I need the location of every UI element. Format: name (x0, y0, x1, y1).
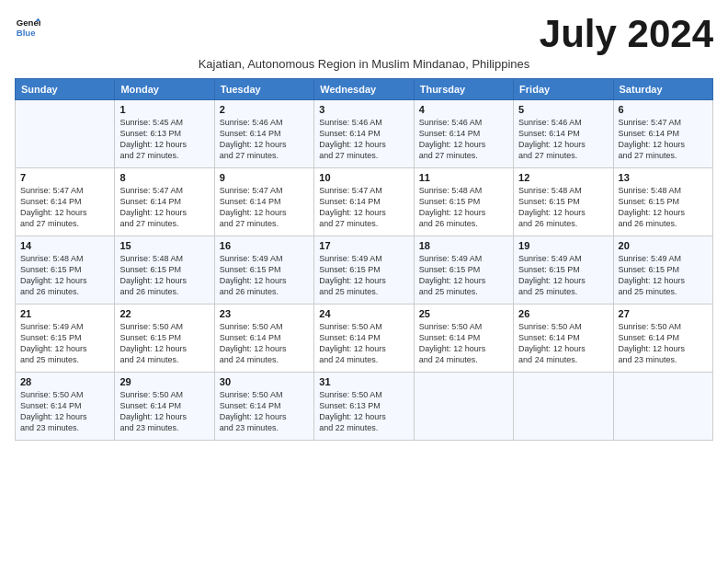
day-info: Sunrise: 5:50 AM Sunset: 6:14 PM Dayligh… (619, 321, 708, 366)
calendar-cell: 10Sunrise: 5:47 AM Sunset: 6:14 PM Dayli… (314, 168, 414, 236)
day-header-tuesday: Tuesday (214, 79, 313, 100)
calendar-cell: 25Sunrise: 5:50 AM Sunset: 6:14 PM Dayli… (414, 304, 513, 373)
day-number: 22 (119, 308, 209, 319)
day-info: Sunrise: 5:48 AM Sunset: 6:15 PM Dayligh… (518, 185, 608, 230)
calendar-cell: 15Sunrise: 5:48 AM Sunset: 6:15 PM Dayli… (115, 236, 214, 304)
day-info: Sunrise: 5:47 AM Sunset: 6:14 PM Dayligh… (319, 185, 408, 230)
day-header-friday: Friday (514, 79, 613, 100)
calendar-cell: 20Sunrise: 5:49 AM Sunset: 6:15 PM Dayli… (613, 236, 712, 304)
calendar-cell: 30Sunrise: 5:50 AM Sunset: 6:14 PM Dayli… (214, 373, 313, 441)
calendar-cell: 26Sunrise: 5:50 AM Sunset: 6:14 PM Dayli… (514, 304, 613, 373)
day-info: Sunrise: 5:49 AM Sunset: 6:15 PM Dayligh… (619, 253, 708, 298)
day-info: Sunrise: 5:50 AM Sunset: 6:14 PM Dayligh… (220, 321, 309, 366)
calendar-cell: 28Sunrise: 5:50 AM Sunset: 6:14 PM Dayli… (16, 373, 115, 441)
calendar-cell: 27Sunrise: 5:50 AM Sunset: 6:14 PM Dayli… (613, 304, 712, 373)
calendar-cell (414, 373, 513, 441)
day-info: Sunrise: 5:47 AM Sunset: 6:14 PM Dayligh… (20, 185, 109, 230)
day-info: Sunrise: 5:46 AM Sunset: 6:14 PM Dayligh… (518, 117, 608, 162)
day-info: Sunrise: 5:48 AM Sunset: 6:15 PM Dayligh… (619, 185, 708, 230)
calendar-cell: 16Sunrise: 5:49 AM Sunset: 6:15 PM Dayli… (214, 236, 313, 304)
calendar-cell: 21Sunrise: 5:49 AM Sunset: 6:15 PM Dayli… (16, 304, 115, 373)
days-header: SundayMondayTuesdayWednesdayThursdayFrid… (16, 79, 713, 100)
calendar-cell: 13Sunrise: 5:48 AM Sunset: 6:15 PM Dayli… (613, 168, 712, 236)
day-number: 5 (518, 104, 608, 115)
day-number: 31 (319, 376, 408, 387)
day-info: Sunrise: 5:49 AM Sunset: 6:15 PM Dayligh… (220, 253, 309, 298)
calendar-cell: 14Sunrise: 5:48 AM Sunset: 6:15 PM Dayli… (16, 236, 115, 304)
day-number: 29 (119, 376, 209, 387)
day-number: 17 (319, 240, 408, 251)
day-info: Sunrise: 5:48 AM Sunset: 6:15 PM Dayligh… (419, 185, 508, 230)
header: General Blue July 2024 (15, 15, 713, 53)
calendar-cell: 24Sunrise: 5:50 AM Sunset: 6:14 PM Dayli… (314, 304, 414, 373)
day-number: 15 (119, 240, 209, 251)
day-info: Sunrise: 5:50 AM Sunset: 6:15 PM Dayligh… (119, 321, 209, 366)
day-info: Sunrise: 5:46 AM Sunset: 6:14 PM Dayligh… (319, 117, 408, 162)
day-number: 26 (518, 308, 608, 319)
calendar-table: SundayMondayTuesdayWednesdayThursdayFrid… (15, 78, 713, 441)
day-number: 9 (220, 172, 309, 183)
day-info: Sunrise: 5:50 AM Sunset: 6:14 PM Dayligh… (220, 389, 309, 434)
day-header-thursday: Thursday (414, 79, 513, 100)
subtitle: Kajatian, Autonomous Region in Muslim Mi… (15, 57, 713, 71)
day-info: Sunrise: 5:49 AM Sunset: 6:15 PM Dayligh… (419, 253, 508, 298)
day-number: 1 (119, 104, 209, 115)
day-info: Sunrise: 5:49 AM Sunset: 6:15 PM Dayligh… (518, 253, 608, 298)
day-info: Sunrise: 5:47 AM Sunset: 6:14 PM Dayligh… (220, 185, 309, 230)
day-info: Sunrise: 5:47 AM Sunset: 6:14 PM Dayligh… (619, 117, 708, 162)
calendar-cell: 9Sunrise: 5:47 AM Sunset: 6:14 PM Daylig… (214, 168, 313, 236)
day-info: Sunrise: 5:46 AM Sunset: 6:14 PM Dayligh… (220, 117, 309, 162)
day-info: Sunrise: 5:46 AM Sunset: 6:14 PM Dayligh… (419, 117, 508, 162)
day-number: 21 (20, 308, 109, 319)
day-info: Sunrise: 5:50 AM Sunset: 6:14 PM Dayligh… (20, 389, 109, 434)
day-info: Sunrise: 5:50 AM Sunset: 6:14 PM Dayligh… (319, 321, 408, 366)
day-number: 4 (419, 104, 508, 115)
week-row-2: 7Sunrise: 5:47 AM Sunset: 6:14 PM Daylig… (16, 168, 713, 236)
calendar-cell: 4Sunrise: 5:46 AM Sunset: 6:14 PM Daylig… (414, 100, 513, 168)
day-info: Sunrise: 5:50 AM Sunset: 6:14 PM Dayligh… (518, 321, 608, 366)
calendar-cell: 2Sunrise: 5:46 AM Sunset: 6:14 PM Daylig… (214, 100, 313, 168)
day-number: 19 (518, 240, 608, 251)
day-number: 14 (20, 240, 109, 251)
day-info: Sunrise: 5:48 AM Sunset: 6:15 PM Dayligh… (20, 253, 109, 298)
day-number: 3 (319, 104, 408, 115)
day-number: 24 (319, 308, 408, 319)
day-number: 6 (619, 104, 708, 115)
day-number: 28 (20, 376, 109, 387)
day-number: 18 (419, 240, 508, 251)
day-number: 30 (220, 376, 309, 387)
calendar-cell: 29Sunrise: 5:50 AM Sunset: 6:14 PM Dayli… (115, 373, 214, 441)
calendar-cell: 18Sunrise: 5:49 AM Sunset: 6:15 PM Dayli… (414, 236, 513, 304)
week-row-3: 14Sunrise: 5:48 AM Sunset: 6:15 PM Dayli… (16, 236, 713, 304)
day-info: Sunrise: 5:48 AM Sunset: 6:15 PM Dayligh… (119, 253, 209, 298)
day-number: 20 (619, 240, 708, 251)
day-info: Sunrise: 5:49 AM Sunset: 6:15 PM Dayligh… (319, 253, 408, 298)
week-row-4: 21Sunrise: 5:49 AM Sunset: 6:15 PM Dayli… (16, 304, 713, 373)
svg-text:General: General (17, 17, 40, 28)
calendar-cell: 1Sunrise: 5:45 AM Sunset: 6:13 PM Daylig… (115, 100, 214, 168)
day-header-sunday: Sunday (16, 79, 115, 100)
month-title: July 2024 (540, 15, 713, 53)
day-number: 2 (220, 104, 309, 115)
day-number: 27 (619, 308, 708, 319)
svg-text:Blue: Blue (17, 28, 36, 38)
day-number: 11 (419, 172, 508, 183)
day-number: 10 (319, 172, 408, 183)
day-number: 16 (220, 240, 309, 251)
calendar-cell: 5Sunrise: 5:46 AM Sunset: 6:14 PM Daylig… (514, 100, 613, 168)
day-info: Sunrise: 5:47 AM Sunset: 6:14 PM Dayligh… (119, 185, 209, 230)
day-number: 13 (619, 172, 708, 183)
calendar-cell: 23Sunrise: 5:50 AM Sunset: 6:14 PM Dayli… (214, 304, 313, 373)
calendar-cell: 3Sunrise: 5:46 AM Sunset: 6:14 PM Daylig… (314, 100, 414, 168)
calendar-cell (16, 100, 115, 168)
day-number: 12 (518, 172, 608, 183)
day-number: 25 (419, 308, 508, 319)
calendar-cell: 12Sunrise: 5:48 AM Sunset: 6:15 PM Dayli… (514, 168, 613, 236)
day-number: 23 (220, 308, 309, 319)
day-number: 8 (119, 172, 209, 183)
calendar-cell: 8Sunrise: 5:47 AM Sunset: 6:14 PM Daylig… (115, 168, 214, 236)
calendar-cell: 22Sunrise: 5:50 AM Sunset: 6:15 PM Dayli… (115, 304, 214, 373)
logo-icon: General Blue (15, 15, 40, 40)
day-info: Sunrise: 5:50 AM Sunset: 6:14 PM Dayligh… (119, 389, 209, 434)
day-info: Sunrise: 5:50 AM Sunset: 6:14 PM Dayligh… (419, 321, 508, 366)
